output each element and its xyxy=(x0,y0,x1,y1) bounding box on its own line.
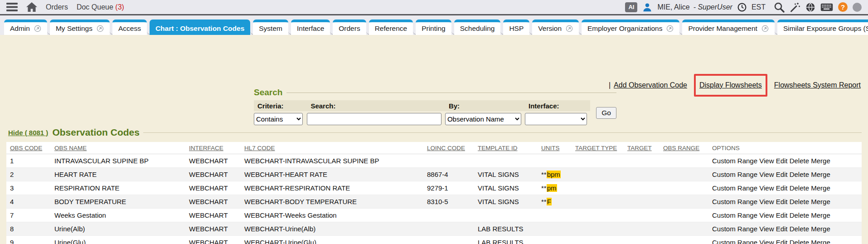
column-header-interface[interactable]: INTERFACE xyxy=(185,142,241,154)
option-link-view[interactable]: View xyxy=(759,184,774,192)
option-link-custom-range[interactable]: Custom Range xyxy=(712,198,757,205)
hide-count-link[interactable]: Hide ( 8081 ) xyxy=(8,129,48,137)
tab-reference[interactable]: Reference xyxy=(369,20,413,35)
units-highlight: F xyxy=(547,198,552,205)
search-icon[interactable] xyxy=(774,2,785,13)
option-link-merge[interactable]: Merge xyxy=(811,225,830,233)
option-link-delete[interactable]: Delete xyxy=(790,225,809,233)
option-link-merge[interactable]: Merge xyxy=(811,211,830,219)
option-link-merge[interactable]: Merge xyxy=(811,239,830,244)
cell-interface: WEBCHART xyxy=(185,154,241,168)
search-input[interactable] xyxy=(307,113,441,125)
option-link-merge[interactable]: Merge xyxy=(811,198,830,205)
add-observation-code-link[interactable]: Add Observation Code xyxy=(614,81,687,89)
tab-interface[interactable]: Interface xyxy=(291,20,330,35)
option-link-edit[interactable]: Edit xyxy=(776,239,788,244)
tab-label: Version xyxy=(538,24,562,33)
user-icon[interactable] xyxy=(642,2,652,12)
go-button[interactable]: Go xyxy=(596,107,616,119)
cell-interface: WEBCHART xyxy=(185,181,241,195)
cell-obs-code: 1 xyxy=(6,154,51,168)
option-link-delete[interactable]: Delete xyxy=(790,211,809,219)
cell-obs-name: INTRAVASCULAR SUPINE BP xyxy=(51,154,185,168)
option-link-delete[interactable]: Delete xyxy=(790,239,809,244)
criteria-select[interactable]: Contains xyxy=(254,113,303,125)
column-header-target-type[interactable]: TARGET TYPE xyxy=(572,142,624,154)
tab-label: System xyxy=(259,24,282,33)
option-link-edit[interactable]: Edit xyxy=(776,225,788,233)
cell-obs-name: BODY TEMPERATURE xyxy=(51,195,185,209)
home-icon[interactable] xyxy=(26,2,37,12)
option-link-edit[interactable]: Edit xyxy=(776,184,788,192)
option-link-delete[interactable]: Delete xyxy=(790,184,809,192)
column-header-obs-name[interactable]: OBS NAME xyxy=(51,142,185,154)
option-link-custom-range[interactable]: Custom Range xyxy=(712,239,757,244)
clock-icon[interactable] xyxy=(737,3,747,12)
option-link-delete[interactable]: Delete xyxy=(790,198,809,205)
tab-my-settings[interactable]: My Settings xyxy=(50,20,110,35)
tab-printing[interactable]: Printing xyxy=(416,20,451,35)
tab-employer-organizations[interactable]: Employer Organizations xyxy=(582,20,679,35)
option-link-view[interactable]: View xyxy=(759,239,774,244)
tab-access[interactable]: Access xyxy=(112,20,147,35)
column-header-hl7-code[interactable]: HL7 CODE xyxy=(241,142,423,154)
option-link-view[interactable]: View xyxy=(759,198,774,205)
option-link-delete[interactable]: Delete xyxy=(790,157,809,165)
keyboard-icon[interactable] xyxy=(820,3,833,11)
option-link-custom-range[interactable]: Custom Range xyxy=(712,211,757,219)
list-heading: Hide ( 8081 ) Observation Codes xyxy=(8,127,862,138)
option-link-delete[interactable]: Delete xyxy=(790,171,809,178)
tab-orders[interactable]: Orders xyxy=(333,20,366,35)
option-link-custom-range[interactable]: Custom Range xyxy=(712,225,757,233)
option-link-merge[interactable]: Merge xyxy=(811,171,830,178)
tab-version[interactable]: Version xyxy=(532,20,579,35)
column-header-obs-range[interactable]: OBS RANGE xyxy=(659,142,708,154)
column-header-options: OPTIONS xyxy=(708,142,862,154)
tab-system[interactable]: System xyxy=(253,20,288,35)
by-select[interactable]: Observation Name xyxy=(445,113,521,125)
option-link-merge[interactable]: Merge xyxy=(811,184,830,192)
tab-scheduling[interactable]: Scheduling xyxy=(454,20,501,35)
option-link-view[interactable]: View xyxy=(759,171,774,178)
doc-queue-link[interactable]: Doc Queue (3) xyxy=(77,3,124,11)
option-link-edit[interactable]: Edit xyxy=(776,171,788,178)
option-link-edit[interactable]: Edit xyxy=(776,157,788,165)
option-link-edit[interactable]: Edit xyxy=(776,198,788,205)
help-icon[interactable]: ? xyxy=(838,2,848,12)
display-flowsheets-link[interactable]: Display Flowsheets xyxy=(699,81,762,89)
option-link-view[interactable]: View xyxy=(759,157,774,165)
cell-template-id: LAB RESULTS xyxy=(474,236,538,244)
interface-select[interactable] xyxy=(525,113,587,125)
option-link-edit[interactable]: Edit xyxy=(776,211,788,219)
column-header-template-id[interactable]: TEMPLATE ID xyxy=(474,142,538,154)
column-header-units[interactable]: UNITS xyxy=(538,142,572,154)
hamburger-icon[interactable] xyxy=(6,3,18,11)
column-header-target[interactable]: TARGET xyxy=(624,142,659,154)
tab-hsp[interactable]: HSP xyxy=(503,20,529,35)
action-links: | Add Observation Code Display Flowsheet… xyxy=(609,74,861,97)
column-header-obs-code[interactable]: OBS CODE xyxy=(6,142,51,154)
tab-admin[interactable]: Admin xyxy=(4,20,47,35)
ai-badge[interactable]: AI xyxy=(625,2,637,12)
status-circle-icon xyxy=(853,3,862,12)
cell-units: **bpm xyxy=(538,168,572,181)
cell-options: Custom Range View Edit Delete Merge xyxy=(708,181,862,195)
tab-provider-management[interactable]: Provider Management xyxy=(682,20,775,35)
cell-obs-range xyxy=(659,181,708,195)
option-link-merge[interactable]: Merge xyxy=(811,157,830,165)
option-link-custom-range[interactable]: Custom Range xyxy=(712,184,757,192)
cell-target-type xyxy=(572,222,624,236)
tab-chart-observation-codes[interactable]: Chart : Observation Codes xyxy=(150,20,250,35)
orders-link[interactable]: Orders xyxy=(46,3,68,11)
option-link-custom-range[interactable]: Custom Range xyxy=(712,157,757,165)
option-link-view[interactable]: View xyxy=(759,225,774,233)
option-link-view[interactable]: View xyxy=(759,211,774,219)
option-link-custom-range[interactable]: Custom Range xyxy=(712,171,757,178)
flowsheets-system-report-link[interactable]: Flowsheets System Report xyxy=(774,81,861,89)
wand-icon[interactable] xyxy=(790,2,800,13)
cell-obs-code: 7 xyxy=(6,209,51,222)
column-header-loinc-code[interactable]: LOINC CODE xyxy=(423,142,474,154)
cell-loinc-code: 8867-4 xyxy=(423,168,474,181)
globe-icon[interactable] xyxy=(805,2,815,12)
tab-similar-exposure-groups-segs[interactable]: Similar Exposure Groups (SEGs) xyxy=(777,20,868,35)
